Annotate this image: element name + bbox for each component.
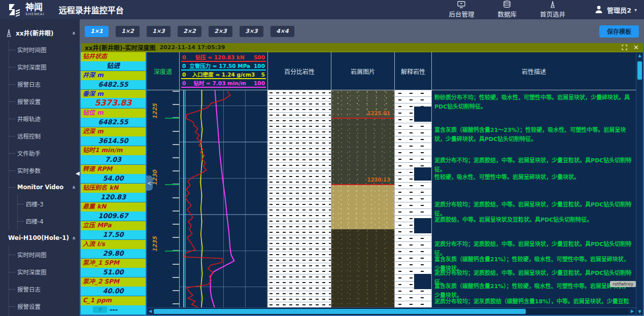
vertical-scrollbar[interactable]: ▲ ▼ [636, 52, 643, 315]
param-row-well-depth: 井深 m 6482.55 [81, 71, 146, 90]
sidebar-item-alarm-log[interactable]: 报警日志 [9, 76, 80, 93]
sidebar-item-realtime-params[interactable]: 实时参数 [9, 162, 80, 179]
param-row-bit-position: 钻位 m 6482.55 [81, 109, 146, 127]
param-label: 钻压别名 kN [81, 184, 146, 193]
param-label: 钻井状态 [81, 52, 146, 61]
nav-well-select[interactable]: 首页选井 [540, 1, 565, 19]
sidebar-item-realtime-time-chart-2[interactable]: 实时时间图 [9, 246, 80, 263]
sidebar-item-realtime-depth-chart-2[interactable]: 实时深度图 [9, 263, 80, 280]
monitor-video-children: 四楼-3 四楼-4 [17, 195, 80, 230]
legend-density: 0 入口密度 = 1.24 g/cm3 5 [181, 72, 266, 79]
scroll-down-icon[interactable]: ▼ [636, 308, 643, 315]
sidebar-item-alarm-log-2[interactable]: 报警日志 [9, 280, 80, 298]
layout-tab-1x2[interactable]: 1×2 [116, 26, 140, 37]
depth-tick-label: 1225 [152, 103, 159, 119]
sidebar-item-camera-4f-3[interactable]: 四楼-3 [18, 195, 80, 213]
depth-chart-window: xx井(新井眼)-实时深度图 2022-11-14 17:05:39 ✕ 钻井状… [80, 43, 644, 316]
layout-tab-1x3[interactable]: 1×3 [147, 26, 171, 37]
brand-name-en: SHENKAI [25, 13, 45, 16]
cuttings-boundary-line [331, 118, 394, 119]
param-value: 40.00 [81, 287, 146, 296]
horizontal-scroll-track[interactable] [526, 308, 629, 315]
curve-legend-text: 钻时 = 7.03 min/m [193, 80, 246, 86]
fullscreen-icon[interactable] [622, 45, 627, 50]
layout-tab-4x4[interactable]: 4×4 [270, 26, 294, 37]
litho-gap [414, 274, 431, 289]
litho-percent-header: 百分比岩性 [268, 52, 331, 90]
main-area: 1×1 1×2 1×3 2×2 2×3 3×3 4×4 保存模板 xx井(新井眼… [80, 19, 644, 316]
param-label: 立压 MPa [81, 221, 146, 230]
sidebar-item-alarm-settings-2[interactable]: 报警设置 [9, 298, 80, 315]
scale-min: 0 [182, 72, 186, 78]
sidebar-item-monitor-video[interactable]: Monitor Video ∧ [9, 179, 80, 195]
nav-admin-console[interactable]: 后台管理 [449, 1, 474, 19]
depth-tick-label: 1235 [152, 236, 159, 252]
curve-canvas [180, 90, 267, 307]
scroll-left-icon[interactable]: ◀ [147, 308, 154, 315]
sidebar-item-well-trajectory[interactable]: 井眼轨迹 [9, 110, 80, 127]
collapse-caret-icon[interactable]: ∧ [72, 235, 76, 240]
sidebar-item-alarm-settings[interactable]: 报警设置 [9, 93, 80, 110]
litho-gap [414, 167, 431, 181]
param-label: 转速 RPM [81, 165, 146, 174]
horizontal-scroll-thumb[interactable] [154, 309, 526, 314]
layout-tab-3x3[interactable]: 3×3 [240, 26, 263, 37]
layout-tab-2x2[interactable]: 2×2 [178, 26, 201, 37]
cuttings-photo-track: 1225.01 1230.13 [331, 90, 395, 307]
scroll-right-icon[interactable]: ▶ [629, 308, 636, 315]
litho-description: 泥质分布较均；泥灰质胶结（碳酸钙含量18%），中等。岩屑呈块状，少量豆粒状。具P… [434, 297, 632, 307]
sidebar-well-1[interactable]: xx井(新井眼) ∧ [0, 24, 80, 41]
param-label: 钻时1 min/m [81, 146, 146, 155]
sidebar-item-remote-control[interactable]: 远程控制 [9, 127, 80, 145]
param-value: 29.80 [81, 249, 146, 258]
window-title: xx井(新井眼)-实时深度图 [85, 43, 155, 52]
param-label: 悬重 kN [81, 202, 146, 212]
scale-max: 100 [254, 80, 265, 86]
curve-plot-area[interactable]: < [180, 90, 268, 307]
page-title: 远程录井监控平台 [59, 4, 124, 16]
legend-wob: 0 钻压 = 120.83 kN 500 [181, 54, 266, 62]
layout-tab-2x3[interactable]: 2×3 [209, 26, 232, 37]
scroll-up-icon[interactable]: ▲ [636, 52, 643, 59]
sidebar-item-file-assistant[interactable]: 文件助手 [9, 145, 80, 162]
legend-rop: 0 钻时 = 7.03 min/m 100 [181, 80, 266, 88]
param-label: C_1 ppm [81, 296, 146, 305]
derrick-icon [5, 29, 13, 37]
curve-legend-text: 立管压力 = 17.50 MPa [189, 63, 250, 69]
param-value: ▽ --- [81, 305, 146, 314]
param-dropdown-button[interactable]: ▽ [93, 306, 107, 313]
close-icon[interactable]: ✕ [633, 44, 639, 51]
save-template-button[interactable]: 保存模板 [599, 25, 639, 38]
collapse-caret-icon[interactable]: ∧ [72, 185, 76, 190]
param-row-spp: 立压 MPa 17.50 [81, 221, 146, 240]
curve-wob [184, 91, 230, 307]
param-value-text: --- [109, 306, 117, 313]
param-label: 泵冲_1 SPM [81, 259, 146, 268]
column-title: 岩性描述 [522, 67, 546, 76]
vertical-scroll-thumb[interactable] [637, 61, 642, 80]
sidebar-item-realtime-depth-chart[interactable]: 实时深度图 [9, 58, 80, 76]
legend-spp: 0 立管压力 = 17.50 MPa 100 [181, 63, 266, 71]
sidebar-item-realtime-time-chart[interactable]: 实时时间图 [9, 41, 80, 58]
panel-collapse-handle[interactable]: < [146, 175, 153, 191]
param-label: 泵冲_2 SPM [81, 277, 146, 287]
param-value: 17.50 [81, 230, 146, 239]
param-value: 120.83 [81, 193, 146, 202]
cuttings-photo-header: 岩屑图片 [331, 52, 395, 90]
nav-database[interactable]: 数据库 [497, 1, 517, 19]
cuttings-photo-segment [331, 229, 394, 307]
sidebar-collapse-arrow[interactable]: ◀ [76, 170, 80, 176]
param-value: 7.03 [81, 155, 146, 164]
brand: 神闻 SHENKAI [25, 3, 45, 16]
litho-description-header: 岩性描述 [432, 52, 636, 90]
horizontal-scrollbar[interactable]: ◀ ▶ [147, 307, 636, 315]
user-menu[interactable]: 管理员2 ▾ [594, 5, 637, 15]
sidebar-item-camera-4f-4[interactable]: 四楼-4 [18, 213, 80, 230]
sidebar-well-2[interactable]: Wei-H100(Hole-1) ∧ [0, 230, 80, 246]
litho-percent-track [268, 90, 331, 307]
derrick-icon [548, 1, 557, 8]
param-value: 54.00 [81, 174, 146, 183]
litho-description: 泥质胶结，中等。岩屑呈块状及豆粒状。具PDC钻头切削特征。 [434, 216, 632, 225]
collapse-caret-icon[interactable]: ∧ [72, 30, 76, 36]
layout-tab-1x1[interactable]: 1×1 [85, 26, 109, 37]
